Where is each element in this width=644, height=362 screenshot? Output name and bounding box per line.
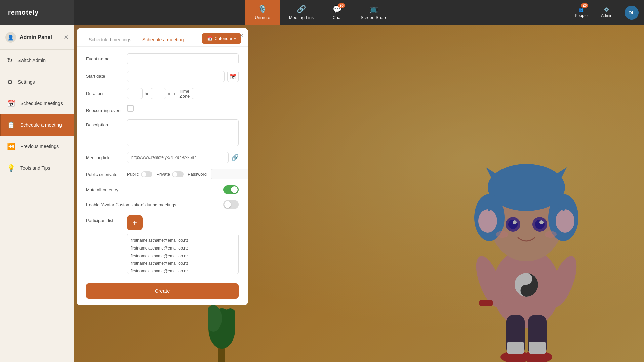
password-input[interactable]	[211, 169, 248, 179]
nav-item-screen-share[interactable]: 📺 Screen Share	[351, 0, 397, 25]
description-input[interactable]	[127, 119, 239, 146]
sidebar-item-scheduled-meetings[interactable]: 📅 Scheduled meetings	[0, 93, 74, 114]
create-button[interactable]: Create	[86, 283, 239, 299]
schedule-meeting-modal: × Scheduled meetings Schedule a meeting …	[77, 28, 248, 305]
switch-admin-icon: ↻	[7, 56, 13, 64]
meeting-link-wrap: 🔗	[127, 152, 239, 163]
timezone-label: Time Zone	[180, 89, 190, 99]
event-name-label: Event name	[86, 53, 123, 61]
avatar-customization-row: Enable 'Avatar Customization' during mee…	[86, 200, 239, 209]
private-option: Private	[156, 171, 183, 177]
privacy-label: Public or private	[86, 169, 123, 177]
duration-label: Duration	[86, 88, 123, 96]
participant-list-box[interactable]: firstnamelastname@email.co.nz firstnamel…	[127, 234, 239, 274]
avatar-customization-toggle[interactable]	[223, 200, 239, 209]
sidebar-item-tools-tips[interactable]: 💡 Tools and Tips	[0, 157, 74, 179]
sidebar-item-settings[interactable]: ⚙ Settings	[0, 71, 74, 93]
mute-toggle[interactable]	[223, 185, 239, 194]
description-row: Description	[86, 119, 239, 146]
nav-label-unmute: Unmute	[255, 15, 270, 20]
nav-label-screen-share: Screen Share	[361, 15, 388, 20]
app-logo: remotely	[0, 0, 74, 25]
public-label: Public	[127, 172, 139, 177]
settings-icon: ⚙	[7, 78, 13, 86]
calendar-button[interactable]: 📅 Calendar »	[202, 33, 241, 44]
nav-admin[interactable]: ⚙️ Admin	[594, 0, 619, 25]
sidebar-item-previous-meetings[interactable]: ⏪ Previous meetings	[0, 136, 74, 157]
sidebar: 👤 Admin Panel ✕ ↻ Switch Admin ⚙ Setting…	[0, 25, 74, 362]
min-label: min	[168, 91, 175, 96]
sidebar-header: 👤 Admin Panel ✕	[0, 25, 74, 50]
start-date-label: Start date	[86, 71, 123, 79]
public-option: Public	[127, 171, 152, 177]
privacy-row: Public or private Public Private Passwor…	[86, 169, 239, 179]
timezone-input[interactable]	[192, 88, 248, 99]
start-date-input[interactable]	[127, 71, 225, 82]
description-label: Description	[86, 119, 123, 127]
admin-icon: ⚙️	[604, 7, 609, 12]
modal-close-button[interactable]: ×	[240, 32, 243, 39]
sidebar-label-scheduled-meetings: Scheduled meetings	[20, 101, 63, 106]
admin-panel-icon: 👤	[5, 32, 16, 43]
duration-hr-input[interactable]	[127, 88, 143, 99]
sidebar-label-schedule-meeting: Schedule a meeting	[20, 122, 62, 128]
calendar-picker-icon[interactable]: 📅	[227, 71, 239, 82]
meeting-link-label: Meeting link	[86, 152, 123, 160]
avatar-customization-label: Enable 'Avatar Customization' during mee…	[86, 202, 219, 207]
calendar-btn-wrap: 📅 Calendar »	[202, 33, 241, 46]
private-label: Private	[156, 172, 170, 177]
nav-right: 20 👥 People ⚙️ Admin DL	[568, 0, 644, 25]
start-date-row: Start date 📅	[86, 71, 239, 82]
people-icon: 👥	[579, 7, 584, 12]
public-toggle[interactable]	[141, 171, 152, 177]
reoccurring-toggle[interactable]	[127, 105, 134, 112]
schedule-meeting-icon: 📋	[7, 121, 15, 129]
add-participant-button[interactable]: +	[127, 215, 143, 230]
list-item: firstnamelastname@email.co.nz	[131, 237, 235, 244]
nav-people[interactable]: 20 👥 People	[568, 0, 594, 25]
duration-min-input[interactable]	[151, 88, 166, 99]
nav-center: 🎙️ Unmute 🔗 Meeting Link 20 💬 Chat 📺 Scr…	[74, 0, 568, 25]
tab-schedule-a-meeting[interactable]: Schedule a meeting	[137, 34, 189, 46]
privacy-wrap: Public Private Password	[127, 169, 248, 179]
duration-row: Duration hr min Time Zone	[86, 88, 239, 99]
nav-label-chat: Chat	[332, 15, 341, 20]
password-label: Password	[188, 172, 207, 177]
sidebar-item-switch-admin[interactable]: ↻ Switch Admin	[0, 50, 74, 71]
link-copy-icon[interactable]: 🔗	[231, 154, 239, 161]
event-name-input[interactable]	[127, 53, 239, 64]
private-toggle[interactable]	[172, 171, 184, 177]
user-avatar[interactable]: DL	[625, 6, 639, 20]
nav-label-people: People	[575, 13, 588, 18]
modal-form-body: Event name Start date 📅 Duration hr min	[77, 47, 248, 305]
start-date-wrap: 📅	[127, 71, 239, 82]
tab-scheduled-meetings[interactable]: Scheduled meetings	[83, 34, 137, 46]
sidebar-label-settings: Settings	[18, 79, 35, 85]
sidebar-item-schedule-meeting[interactable]: 📋 Schedule a meeting	[0, 114, 74, 136]
chat-badge: 20	[338, 3, 345, 8]
nav-item-unmute[interactable]: 🎙️ Unmute	[245, 0, 280, 25]
reoccurring-row: Reoccurring event	[86, 105, 239, 113]
list-item: firstnamelastname@email.co.nz	[131, 260, 235, 267]
reoccurring-label: Reoccurring event	[86, 105, 123, 113]
mute-row: Mute all on entry	[86, 185, 239, 194]
previous-meetings-icon: ⏪	[7, 142, 15, 150]
people-badge: 20	[581, 3, 588, 8]
tools-tips-icon: 💡	[7, 164, 15, 172]
sidebar-close-button[interactable]: ✕	[64, 34, 69, 41]
modal-overlay: × Scheduled meetings Schedule a meeting …	[74, 25, 644, 362]
meeting-link-icon: 🔗	[297, 5, 306, 14]
modal-tabs: Scheduled meetings Schedule a meeting 📅 …	[77, 28, 248, 47]
reoccurring-toggle-wrap	[127, 105, 134, 112]
sidebar-label-tools-tips: Tools and Tips	[20, 165, 50, 171]
nav-label-admin: Admin	[601, 13, 612, 18]
meeting-link-row: Meeting link 🔗	[86, 152, 239, 163]
nav-item-chat[interactable]: 20 💬 Chat	[323, 0, 351, 25]
participant-list-label: Participant list	[86, 215, 123, 223]
nav-label-meeting-link: Meeting Link	[289, 15, 314, 20]
scheduled-meetings-icon: 📅	[7, 99, 15, 107]
meeting-link-input[interactable]	[127, 152, 229, 163]
duration-wrap: hr min Time Zone	[127, 88, 248, 99]
mute-label: Mute all on entry	[86, 187, 219, 192]
nav-item-meeting-link[interactable]: 🔗 Meeting Link	[280, 0, 323, 25]
